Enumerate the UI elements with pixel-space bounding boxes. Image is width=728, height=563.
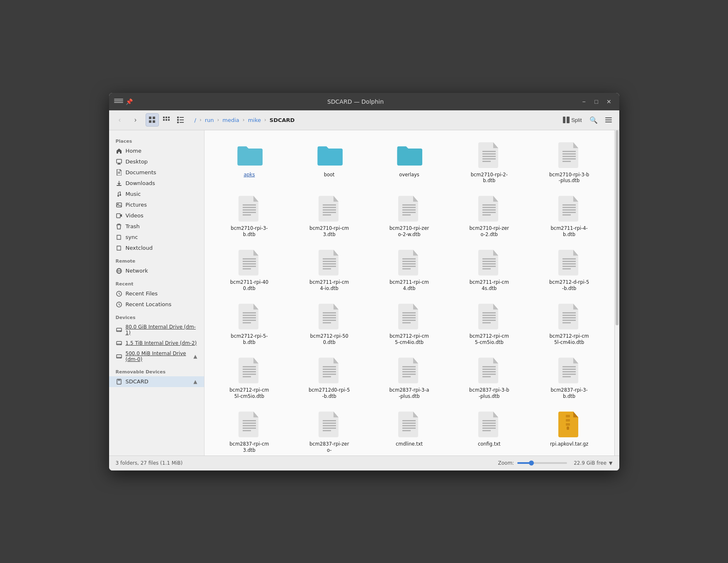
sidebar-item-trash[interactable]: Trash (109, 221, 204, 232)
file-item[interactable]: bcm2712-d-rpi-5-b.dtb (531, 244, 608, 295)
file-item[interactable]: bcm2837-rpi-cm3.dtb (211, 406, 288, 456)
breadcrumb-root[interactable]: / (193, 116, 198, 124)
eject-dm0-button[interactable]: ▲ (193, 353, 197, 359)
svg-rect-6 (168, 117, 170, 118)
places-label: Places (109, 134, 204, 146)
file-item[interactable]: bcm2837-rpi-3-b.dtb (531, 352, 608, 403)
svg-rect-20 (605, 122, 612, 122)
toolbar: ‹ › / › run › media › mike › SDCARD (109, 110, 619, 130)
eject-sdcard-button[interactable]: ▲ (193, 379, 197, 385)
file-item[interactable]: bcm2711-rpi-cm4s.dtb (451, 244, 528, 295)
sync-icon (116, 234, 122, 241)
breadcrumb-mike[interactable]: mike (246, 116, 263, 124)
file-item[interactable]: bcm2710-rpi-3-b-plus.dtb (531, 137, 608, 188)
minimize-button[interactable]: − (579, 96, 589, 107)
svg-rect-5 (166, 117, 167, 118)
sidebar-item-home[interactable]: Home (109, 146, 204, 156)
file-item[interactable]: bcm2710-rpi-zero-2.dtb (451, 190, 528, 241)
sdcard-label: SDCARD (126, 378, 149, 385)
file-item[interactable]: bcm2710-rpi-zero-2-w.dtb (371, 190, 448, 241)
file-name: bcm2711-rpi-cm4.dtb (388, 279, 430, 292)
sidebar-item-network[interactable]: Network (109, 266, 204, 276)
maximize-button[interactable]: □ (591, 96, 602, 107)
document-icon (236, 302, 263, 331)
dm0-label: 500.0 MiB Internal Drive (dm-0) (126, 351, 190, 362)
sidebar-item-recent-files[interactable]: Recent Files (109, 288, 204, 299)
file-item[interactable]: bcm2712-rpi-cm5-cm4io.dtb (371, 298, 448, 349)
file-item[interactable]: boot (291, 137, 368, 188)
search-button[interactable]: 🔍 (587, 113, 600, 127)
file-item[interactable]: bcm2712-rpi-cm5-cm5io.dtb (451, 298, 528, 349)
view-icons-button[interactable] (146, 113, 159, 127)
view-details-button[interactable] (174, 113, 187, 127)
sidebar-item-sdcard[interactable]: SDCARD ▲ (109, 376, 204, 387)
drive-dm0-icon (116, 353, 122, 360)
file-item[interactable]: bcm2712-rpi-5-b.dtb (211, 298, 288, 349)
file-item[interactable]: apks (211, 137, 288, 188)
zoom-slider[interactable] (517, 462, 567, 464)
svg-rect-22 (118, 163, 120, 164)
sidebar-item-dm1[interactable]: 80.0 GiB Internal Drive (dm-1) (109, 322, 204, 338)
file-item[interactable]: rpi.apkovl.tar.gz (531, 406, 608, 456)
file-name: config.txt (478, 441, 501, 447)
file-item[interactable]: bcm2710-rpi-3-b.dtb (211, 190, 288, 241)
file-name: boot (324, 172, 335, 178)
svg-rect-15 (180, 122, 184, 123)
svg-rect-23 (117, 164, 121, 165)
back-button[interactable]: ‹ (113, 113, 127, 127)
sidebar-item-music[interactable]: Music (109, 189, 204, 200)
file-item[interactable]: bcm2710-rpi-cm3.dtb (291, 190, 368, 241)
file-item[interactable]: bcm2711-rpi-400.dtb (211, 244, 288, 295)
sidebar-item-dm0[interactable]: 500.0 MiB Internal Drive (dm-0) ▲ (109, 349, 204, 364)
recent-label: Recent (109, 276, 204, 288)
file-item[interactable]: config.txt (451, 406, 528, 456)
file-item[interactable]: bcm2837-rpi-3-b-plus.dtb (451, 352, 528, 403)
svg-rect-7 (163, 119, 165, 121)
sidebar-item-documents[interactable]: Documents (109, 167, 204, 178)
breadcrumb: / › run › media › mike › SDCARD (193, 116, 558, 124)
sidebar-item-dm2[interactable]: 1.5 TiB Internal Drive (dm-2) (109, 338, 204, 349)
sidebar-item-videos[interactable]: Videos (109, 210, 204, 221)
sidebar-item-pictures[interactable]: Pictures (109, 200, 204, 210)
close-button[interactable]: ✕ (604, 96, 614, 107)
file-item[interactable]: bcm2837-rpi-3-a-plus.dtb (371, 352, 448, 403)
music-icon (116, 191, 122, 197)
sidebar-item-recent-locations[interactable]: Recent Locations (109, 299, 204, 310)
file-item[interactable]: bcm2712-rpi-cm5l-cm5io.dtb (211, 352, 288, 403)
svg-rect-16 (563, 117, 565, 123)
pictures-label: Pictures (126, 202, 147, 208)
recent-locations-label: Recent Locations (126, 301, 172, 307)
sidebar-item-sync[interactable]: sync (109, 232, 204, 243)
sync-label: sync (126, 234, 138, 240)
file-item[interactable]: bcm2712-rpi-cm5l-cm4io.dtb (531, 298, 608, 349)
view-compact-button[interactable] (160, 113, 173, 127)
pin-icon: 📌 (126, 98, 133, 105)
menu-button[interactable] (602, 113, 615, 127)
document-icon (476, 409, 502, 439)
file-item[interactable]: bcm2712d0-rpi-5-b.dtb (291, 352, 368, 403)
sidebar-item-nextcloud[interactable]: Nextcloud (109, 243, 204, 253)
desktop-label: Desktop (126, 158, 148, 165)
svg-rect-18 (605, 117, 612, 118)
file-item[interactable]: bcm2837-rpi-zero- (291, 406, 368, 456)
file-item[interactable]: cmdline.txt (371, 406, 448, 456)
recent-locations-icon (116, 301, 122, 308)
file-item[interactable]: bcm2711-rpi-cm4.dtb (371, 244, 448, 295)
split-button[interactable]: Split (560, 115, 585, 125)
file-item[interactable]: bcm2710-rpi-2-b.dtb (451, 137, 528, 188)
scrollbar[interactable] (614, 130, 619, 456)
forward-button[interactable]: › (129, 113, 142, 127)
chevron-down-icon[interactable]: ▼ (609, 461, 612, 466)
sidebar-item-downloads[interactable]: Downloads (109, 178, 204, 189)
document-icon (476, 194, 502, 224)
breadcrumb-run[interactable]: run (203, 116, 216, 124)
svg-rect-182 (566, 423, 570, 426)
file-item[interactable]: bcm2711-rpi-4-b.dtb (531, 190, 608, 241)
breadcrumb-media[interactable]: media (221, 116, 241, 124)
file-item[interactable]: bcm2712-rpi-500.dtb (291, 298, 368, 349)
file-item[interactable]: bcm2711-rpi-cm4-io.dtb (291, 244, 368, 295)
sidebar-item-desktop[interactable]: Desktop (109, 156, 204, 167)
file-item[interactable]: overlays (371, 137, 448, 188)
svg-rect-21 (117, 159, 122, 163)
file-name: bcm2710-rpi-zero-2.dtb (468, 225, 510, 238)
